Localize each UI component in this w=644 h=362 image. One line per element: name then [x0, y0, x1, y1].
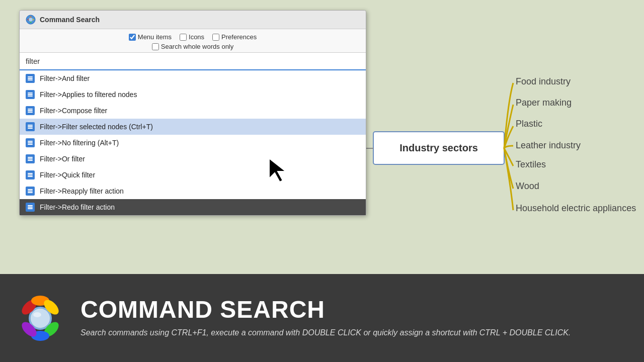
menu-items-checkbox[interactable] — [129, 34, 136, 41]
result-item[interactable]: Filter->Quick filter — [20, 167, 366, 183]
svg-text:Household electric appliances: Household electric appliances — [516, 203, 636, 213]
svg-text:Paper making: Paper making — [516, 98, 572, 108]
svg-rect-24 — [28, 141, 33, 142]
svg-rect-14 — [28, 79, 33, 80]
search-input[interactable] — [20, 53, 366, 70]
svg-rect-29 — [28, 160, 33, 161]
result-label: Filter->Quick filter — [40, 171, 95, 179]
whole-words-option[interactable]: Search whole words only — [152, 43, 234, 50]
svg-rect-33 — [28, 189, 33, 190]
svg-point-46 — [30, 308, 50, 328]
svg-rect-19 — [28, 110, 33, 111]
svg-rect-20 — [28, 112, 33, 113]
options-row-1: Menu items Icons Preferences — [129, 33, 257, 41]
search-input-container — [20, 52, 366, 70]
result-label: Filter->Compose filter — [40, 107, 107, 115]
result-item[interactable]: Filter->Reapply filter action — [20, 183, 366, 199]
result-label: Filter->No filtering (Alt+T) — [40, 139, 119, 147]
svg-rect-38 — [28, 208, 33, 209]
svg-rect-22 — [28, 126, 33, 127]
result-item[interactable]: Filter->And filter — [20, 70, 366, 86]
svg-point-47 — [33, 312, 41, 317]
menu-item-icon — [26, 122, 35, 131]
results-list: Filter->And filterFilter->Applies to fil… — [20, 70, 366, 215]
svg-rect-27 — [28, 157, 33, 158]
svg-rect-25 — [28, 142, 33, 143]
menu-items-option[interactable]: Menu items — [129, 33, 172, 41]
svg-text:Textiles: Textiles — [516, 159, 546, 169]
bottom-desc: Search commands using CTRL+F1, execute a… — [80, 327, 571, 339]
top-section: Industry sectors Food industry Paper mak… — [0, 0, 644, 274]
result-item[interactable]: Filter->Filter selected nodes (Ctrl+T) — [20, 119, 366, 135]
svg-rect-23 — [28, 128, 33, 129]
result-label: Filter->Filter selected nodes (Ctrl+T) — [40, 123, 153, 131]
svg-text:Food industry: Food industry — [516, 76, 571, 86]
result-item[interactable]: Filter->Compose filter — [20, 103, 366, 119]
svg-rect-37 — [28, 207, 33, 208]
menu-item-icon — [26, 90, 35, 99]
result-label: Filter->Or filter — [40, 155, 85, 163]
dialog-titlebar: Command Search — [20, 11, 366, 29]
result-item[interactable]: Filter->Or filter — [20, 151, 366, 167]
svg-rect-17 — [28, 96, 33, 97]
menu-item-icon — [26, 203, 35, 212]
svg-rect-31 — [28, 174, 33, 175]
menu-item-icon — [26, 74, 35, 83]
svg-rect-26 — [28, 144, 33, 145]
dialog-options: Menu items Icons Preferences Search whol… — [20, 29, 366, 52]
whole-words-checkbox[interactable] — [152, 43, 159, 50]
app-logo — [15, 293, 65, 343]
result-item[interactable]: Filter->No filtering (Alt+T) — [20, 135, 366, 151]
bottom-section: COMMAND SEARCH Search commands using CTR… — [0, 274, 644, 362]
result-label: Filter->Reapply filter action — [40, 187, 124, 195]
bottom-title: COMMAND SEARCH — [80, 298, 571, 322]
svg-rect-28 — [28, 158, 33, 159]
svg-text:Industry sectors: Industry sectors — [399, 142, 478, 153]
svg-rect-36 — [28, 205, 33, 206]
icons-option[interactable]: Icons — [180, 33, 204, 41]
svg-text:Plastic: Plastic — [516, 119, 542, 129]
menu-item-icon — [26, 106, 35, 115]
options-row-2: Search whole words only — [152, 43, 234, 50]
preferences-checkbox[interactable] — [212, 34, 219, 41]
svg-point-11 — [29, 18, 33, 22]
result-label: Filter->And filter — [40, 74, 90, 82]
menu-item-icon — [26, 170, 35, 179]
result-label: Filter->Redo filter action — [40, 203, 115, 211]
bottom-text: COMMAND SEARCH Search commands using CTR… — [80, 298, 571, 339]
svg-rect-30 — [28, 173, 33, 174]
svg-text:Wood: Wood — [516, 181, 539, 191]
menu-item-icon — [26, 187, 35, 196]
svg-rect-16 — [28, 94, 33, 95]
result-item[interactable]: Filter->Redo filter action — [20, 199, 366, 215]
svg-rect-21 — [28, 125, 33, 126]
dialog-title: Command Search — [40, 16, 100, 24]
svg-rect-32 — [28, 176, 33, 177]
command-search-dialog: Command Search Menu items Icons Preferen… — [19, 10, 366, 216]
svg-rect-15 — [28, 93, 33, 94]
dialog-app-icon — [26, 15, 36, 25]
svg-rect-34 — [28, 191, 33, 192]
svg-rect-13 — [28, 78, 33, 79]
menu-item-icon — [26, 138, 35, 147]
result-label: Filter->Applies to filtered nodes — [40, 90, 137, 99]
svg-rect-12 — [28, 76, 33, 77]
menu-item-icon — [26, 154, 35, 163]
svg-rect-18 — [28, 109, 33, 110]
svg-rect-35 — [28, 192, 33, 193]
svg-text:Leather industry: Leather industry — [516, 140, 581, 150]
result-item[interactable]: Filter->Applies to filtered nodes — [20, 86, 366, 103]
icons-checkbox[interactable] — [180, 34, 187, 41]
preferences-option[interactable]: Preferences — [212, 33, 257, 41]
